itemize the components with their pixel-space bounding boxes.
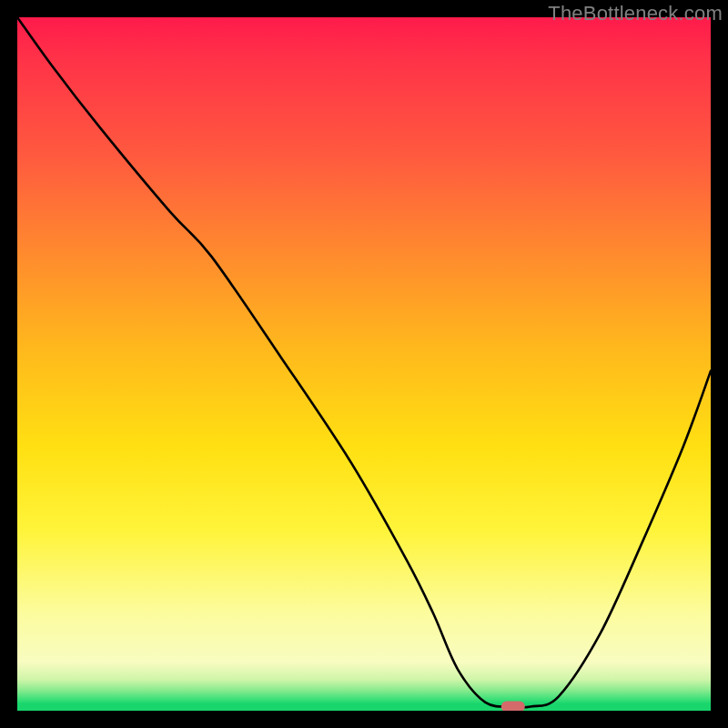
chart-frame: TheBottleneck.com: [0, 0, 728, 728]
svg-rect-0: [501, 701, 525, 711]
curve-layer: [17, 17, 711, 711]
watermark-text: TheBottleneck.com: [548, 2, 723, 25]
plot-area: [17, 17, 711, 711]
bottleneck-curve-line: [17, 17, 711, 707]
marker-pill: [501, 701, 525, 711]
